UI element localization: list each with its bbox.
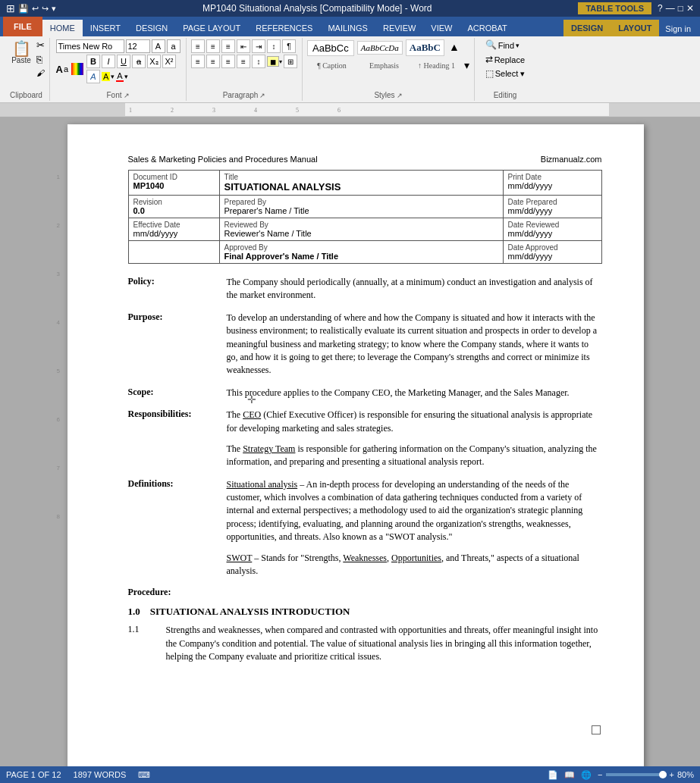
tab-file[interactable]: FILE [3,17,42,36]
language-icon[interactable]: ⌨ [138,770,150,780]
minimize-btn[interactable]: — [666,3,675,14]
tab-page-layout[interactable]: PAGE LAYOUT [175,20,248,36]
procedure-heading: Procedure: [128,587,602,598]
italic-btn[interactable]: I [102,55,115,68]
highlight-color-btn[interactable]: A▾ [102,72,115,81]
color-picker-btn[interactable] [71,63,83,75]
zoom-slider[interactable] [606,773,667,776]
date-approved-label: Date Approved [508,243,597,252]
font-dialog-launcher[interactable]: ↗ [124,92,130,99]
caption-style[interactable]: ¶ Caption [307,61,356,70]
format-row2: A A▾ A▾ [86,70,176,83]
tab-design[interactable]: DESIGN [128,20,175,36]
revision-value: 0.0 [133,206,215,215]
scope-label: Scope: [128,387,227,399]
ruler-content: 1 2 3 4 5 6 [125,103,609,117]
definitions-content: Situational analysis – An in-depth proce… [227,478,602,578]
paragraph-dialog-launcher[interactable]: ↗ [259,92,265,99]
zoom-thumb [659,771,667,778]
font-color-btn[interactable]: A▾ [116,71,127,82]
select-btn[interactable]: ⬚ Select ▾ [485,68,526,80]
subscript-btn[interactable]: X₂ [147,55,161,68]
line-spacing-btn[interactable]: ↕ [252,55,265,68]
sort-btn[interactable]: ↕ [267,39,281,53]
responsibilities-label: Responsibilities: [128,409,227,469]
numbered-list-btn[interactable]: ≡ [206,39,220,53]
text-effects-btn[interactable]: A [86,70,100,83]
shading-btn[interactable]: ◼ ▾ [267,56,282,67]
multilevel-list-btn[interactable]: ≡ [221,39,235,53]
borders-btn[interactable]: ⊞ [284,55,297,68]
replace-btn[interactable]: ⇄ Replace [485,54,525,65]
redo-icon[interactable]: ↪ [42,4,49,14]
help-btn[interactable]: ? [658,3,663,14]
styles-scroll-up[interactable]: ▲ [447,42,461,54]
styles-label: Styles ↗ [374,91,402,99]
left-margin-ruler: 1 2 3 4 5 6 7 8 [57,124,67,783]
bullets-btn[interactable]: ≡ [191,39,205,53]
font-size-input[interactable]: 12 [126,39,150,53]
ribbon-group-font: Times New Ro 12 A a Aa B I U a X₂ [50,38,187,101]
decrease-font-btn[interactable]: a [167,39,180,53]
tab-home[interactable]: HOME [42,20,83,36]
align-left-btn[interactable]: ≡ [191,55,205,68]
underline-btn[interactable]: U [117,55,130,68]
font-name-input[interactable]: Times New Ro [56,39,124,53]
tab-insert[interactable]: INSERT [83,20,128,36]
sign-in[interactable]: Sign in [659,21,697,36]
replace-icon: ⇄ [485,54,493,65]
bold-btn[interactable]: B [86,55,100,68]
tab-references[interactable]: REFERENCES [248,20,320,36]
title-bar-left: ⊞ 💾 ↩ ↪ ▾ [6,2,56,14]
print-date-cell: Print Date mm/dd/yyyy [503,171,601,196]
zoom-in-btn[interactable]: + [670,770,674,779]
increase-indent-btn[interactable]: ⇥ [252,39,265,53]
undo-icon[interactable]: ↩ [32,4,39,14]
styles-scroll-down[interactable]: ▾ [464,59,469,72]
zoom-out-btn[interactable]: − [598,770,602,779]
justify-btn[interactable]: ≡ [237,55,250,68]
tab-mailings[interactable]: MAILINGS [320,20,375,36]
increase-font-btn[interactable]: A [152,39,165,53]
strikethrough-btn[interactable]: a [132,55,146,68]
add-symbol: ✛ [247,393,256,406]
find-btn[interactable]: 🔍 Find ▾ [485,39,520,51]
zoom-level: 80% [677,770,694,779]
show-marks-btn[interactable]: ¶ [282,39,296,53]
view-reading-btn[interactable]: 📖 [564,770,575,780]
format-painter-icon[interactable]: 🖌 [36,68,45,77]
maximize-btn[interactable]: □ [678,3,683,14]
superscript-btn[interactable]: X² [162,55,176,68]
emphasis-style[interactable]: Emphasis [359,61,409,70]
align-right-btn[interactable]: ≡ [221,55,235,68]
tab-view[interactable]: VIEW [423,20,460,36]
view-web-btn[interactable]: 🌐 [581,770,592,780]
style-emphasis[interactable]: AaBbCcDa [357,41,403,55]
styles-labels-row: ¶ Caption Emphasis ↑ Heading 1 ▾ [307,59,469,72]
approved-by-label: Approved By [224,243,498,252]
close-btn[interactable]: ✕ [686,3,694,14]
aa-btn[interactable]: Aa [56,64,69,75]
tab-table-layout[interactable]: LAYOUT [611,20,659,36]
align-center-btn[interactable]: ≡ [206,55,220,68]
select-icon: ⬚ [485,68,494,80]
copy-icon[interactable]: ⎘ [36,54,45,66]
decrease-indent-btn[interactable]: ⇤ [237,39,250,53]
tab-review[interactable]: REVIEW [375,20,423,36]
svg-text:4: 4 [254,107,257,114]
paste-button[interactable]: 📋 Paste [8,39,35,66]
svg-text:3: 3 [212,107,215,114]
styles-dialog-launcher[interactable]: ↗ [397,92,403,99]
paragraph-row1: ≡ ≡ ≡ ⇤ ⇥ ↕ ¶ [191,39,296,53]
quick-save-icon[interactable]: 💾 [18,4,29,14]
find-dropdown[interactable]: ▾ [516,42,520,49]
style-normal[interactable]: AaBbCc [307,40,354,56]
view-print-btn[interactable]: 📄 [548,770,558,780]
cut-icon[interactable]: ✂ [36,39,45,52]
date-reviewed-cell: Date Reviewed mm/dd/yyyy [503,218,601,241]
tab-acrobat[interactable]: ACROBAT [460,20,514,36]
style-heading1[interactable]: AaBbC [406,39,444,56]
tab-table-design[interactable]: DESIGN [563,20,611,36]
heading1-style[interactable]: ↑ Heading 1 [412,61,461,70]
ruler-left-margin [0,103,125,117]
